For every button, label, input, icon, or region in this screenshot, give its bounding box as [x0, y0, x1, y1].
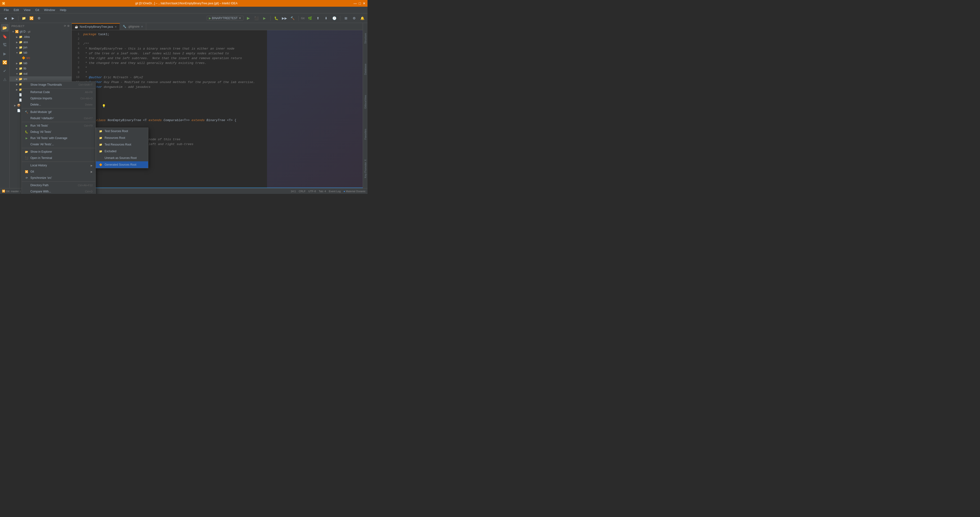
run-config[interactable]: ▶ BINARYTREETEST ▼: [207, 16, 243, 21]
ctx-rebuild[interactable]: Rebuild '<default>' Ctrl+F7: [22, 115, 95, 121]
activity-structure[interactable]: 🏗: [1, 41, 9, 49]
ctx-icon-coverage: ▶: [25, 136, 29, 140]
ide-settings-btn[interactable]: ⚙: [351, 15, 358, 22]
menu-git[interactable]: Git: [33, 7, 41, 13]
ctx-optimize-imports[interactable]: Optimize Imports Ctrl+Alt+O: [22, 95, 95, 102]
ctx-delete[interactable]: Delete... Delete: [22, 102, 95, 108]
ctx-run-all[interactable]: ▶ Run 'All Tests' Ctrl+F9: [22, 123, 95, 129]
tab-icon-java: ☕: [75, 25, 78, 29]
ctx-debug-all[interactable]: 🐛 Debug 'All Tests': [22, 129, 95, 135]
forward-btn[interactable]: ▶: [10, 15, 16, 22]
right-tab-favorites[interactable]: Favorites: [363, 128, 367, 140]
ctx-run-coverage[interactable]: ▶ Run 'All Tests' with Coverage: [22, 135, 95, 141]
status-crlf[interactable]: CRLF: [299, 190, 305, 193]
run-btn[interactable]: ▶: [245, 15, 252, 22]
activity-project[interactable]: 📂: [1, 24, 9, 32]
tree-item-lib[interactable]: ▶ 📁 lib: [10, 66, 72, 71]
resume-btn[interactable]: ▶▶: [281, 15, 288, 22]
minimize-btn[interactable]: —: [354, 2, 357, 5]
tree-arrow-lib: ▶: [15, 67, 19, 70]
right-tab-database[interactable]: Database: [363, 63, 367, 76]
submenu-test-resources-root[interactable]: 📁 Test Resources Root: [96, 141, 148, 148]
activity-run[interactable]: ▶: [1, 50, 9, 57]
status-tab[interactable]: Tab: 4: [319, 190, 326, 193]
tree-item-lab2[interactable]: ▶ 📁 lab: [10, 61, 72, 66]
ctx-build-module[interactable]: 🔨 Build Module 'git': [22, 109, 95, 115]
submenu-generated-sources-root[interactable]: 🔶 Generated Sources Root: [96, 161, 148, 168]
right-tab-structure[interactable]: Structure: [363, 32, 367, 45]
stop-btn[interactable]: ⬛: [253, 15, 260, 22]
maximize-btn[interactable]: □: [359, 2, 361, 5]
tab-gitignore[interactable]: 🔧 .gitignore ✕: [120, 23, 146, 30]
tab-nonemptybinarytree[interactable]: ☕ NonEmptyBinaryTree.java ✕: [72, 23, 120, 30]
coverage-btn[interactable]: ▶: [261, 15, 268, 22]
activity-todo[interactable]: ✔: [1, 67, 9, 75]
ctx-show-explorer[interactable]: 📂 Show in Explorer: [22, 148, 95, 155]
tree-item-out[interactable]: ▼ 📁 out: [10, 71, 72, 77]
status-event-log-label: Event Log: [329, 190, 341, 193]
sidebar-settings-btn[interactable]: ⚙: [67, 24, 70, 27]
context-menu[interactable]: Show Image Thumbnails Ctrl+Shift+T Refor…: [22, 81, 96, 194]
activity-bookmarks[interactable]: 🔖: [1, 33, 9, 40]
status-git[interactable]: 🔀 Git: master ↑: [2, 190, 21, 193]
tree-root[interactable]: ▼ 🔀 git D - git: [10, 29, 72, 34]
menu-help[interactable]: Help: [58, 7, 68, 13]
status-encoding[interactable]: UTF-8: [309, 190, 316, 193]
status-crlf-label: CRLF: [299, 190, 305, 193]
code-line-9: 9 *: [72, 70, 363, 75]
submenu-label-test-resources: Test Resources Root: [105, 143, 131, 146]
code-line-6: 6 * the right and the left subtrees. Not…: [72, 56, 363, 61]
notifications-btn[interactable]: 🔔: [359, 15, 366, 22]
status-event-log[interactable]: Event Log: [329, 190, 341, 193]
submenu-resources-root[interactable]: 📁 Resources Root: [96, 134, 148, 141]
ctx-dir-path[interactable]: Directory Path Ctrl+Alt+F12: [22, 182, 95, 188]
build-btn[interactable]: 🔨: [289, 15, 296, 22]
ctx-git[interactable]: 🔀 Git ▶: [22, 169, 95, 175]
tree-item-ass[interactable]: ▶ 📁 ass: [10, 40, 72, 45]
submenu-excluded[interactable]: 📁 Excluded: [96, 148, 148, 155]
line-num-4: 4: [72, 46, 81, 51]
back-btn[interactable]: ◀: [2, 15, 9, 22]
ctx-local-history[interactable]: Local History ▶: [22, 162, 95, 169]
menu-view[interactable]: View: [22, 7, 32, 13]
activity-git[interactable]: 🔀: [1, 58, 9, 66]
right-tab-gitlsceview[interactable]: GitlsceView: [363, 94, 367, 110]
git-branch-btn[interactable]: 🌿: [307, 15, 313, 22]
submenu-unmark[interactable]: Unmark as Sources Root: [96, 155, 148, 161]
terminal-btn[interactable]: ⊞: [343, 15, 349, 22]
menu-file[interactable]: File: [2, 7, 11, 13]
ctx-reformat-code[interactable]: Reformat Code Alt+F8: [22, 89, 95, 95]
tree-item-idea[interactable]: ▶ 📁 .idea: [10, 34, 72, 40]
tree-item-lab1[interactable]: ▼ 📁 lab: [10, 50, 72, 55]
activity-problems[interactable]: ⚠: [1, 76, 9, 83]
git-pull-btn[interactable]: ⬇: [323, 15, 329, 22]
settings-btn[interactable]: ⚙: [36, 15, 42, 22]
git-push-btn[interactable]: ⬆: [315, 15, 321, 22]
status-material[interactable]: ● Material Oceanic: [344, 190, 366, 193]
git-btn[interactable]: 🔀: [28, 15, 35, 22]
tree-item-jun[interactable]: ▶ 📁 jun: [10, 45, 72, 50]
ctx-create-tests[interactable]: Create 'All Tests'...: [22, 141, 95, 147]
project-btn[interactable]: 📁: [20, 15, 27, 22]
debug-btn[interactable]: 🐛: [273, 15, 280, 22]
tree-arrow-ass: ▶: [15, 41, 19, 43]
git-history-btn[interactable]: 🕐: [331, 15, 337, 22]
tab-bar: ☕ NonEmptyBinaryTree.java ✕ 🔧 .gitignore…: [72, 23, 363, 30]
run-config-dropdown[interactable]: ▼: [239, 16, 242, 20]
tree-item-labchild[interactable]: 🔶 src: [10, 55, 72, 61]
menu-window[interactable]: Window: [42, 7, 57, 13]
tab-close-java[interactable]: ✕: [115, 26, 117, 29]
close-btn[interactable]: ✕: [363, 2, 366, 5]
ctx-show-image-thumbnails[interactable]: Show Image Thumbnails Ctrl+Shift+T: [22, 81, 95, 88]
right-tab-keypromoter[interactable]: Key Promoter X: [363, 158, 367, 179]
ctx-open-terminal[interactable]: ⬛ Open in Terminal: [22, 155, 95, 161]
status-line-col[interactable]: 14:1: [291, 190, 296, 193]
ctx-compare[interactable]: Compare With... Ctrl+D: [22, 188, 95, 194]
sidebar-sync-btn[interactable]: ⟳: [64, 24, 66, 27]
tree-item-src[interactable]: ▶ 📂 src: [10, 77, 72, 81]
mark-dir-submenu[interactable]: 📁 Test Sources Root 📁 Resources Root 📁 T…: [96, 128, 148, 168]
menu-edit[interactable]: Edit: [12, 7, 21, 13]
submenu-test-sources-root[interactable]: 📁 Test Sources Root: [96, 128, 148, 134]
ctx-synchronize[interactable]: ⟳ Synchronize 'src': [22, 175, 95, 181]
tab-close-git[interactable]: ✕: [141, 25, 143, 28]
